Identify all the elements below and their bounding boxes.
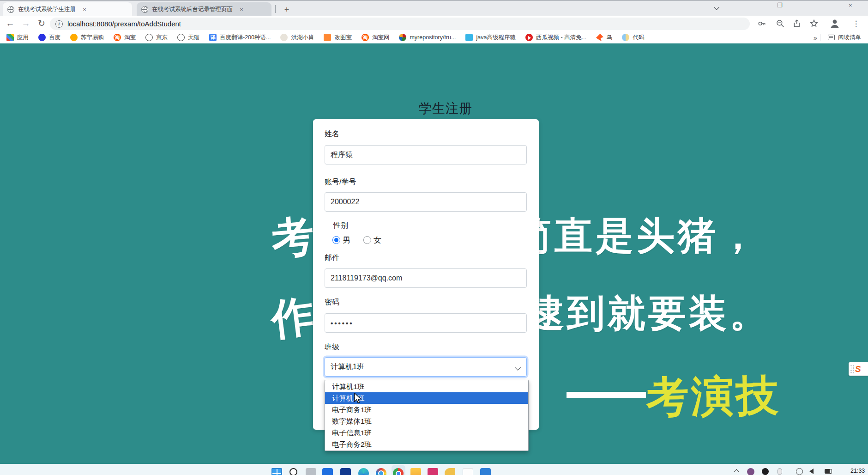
dropdown-option[interactable]: 电子信息1班 — [325, 427, 528, 438]
address-bar[interactable]: i localhost:8080/prexam/toAddStudent — [50, 18, 750, 30]
bookmark-translate[interactable]: 译百度翻译-200种语... — [206, 33, 273, 43]
taobao-icon: 淘 — [362, 34, 369, 41]
tray-app-icon[interactable] — [762, 468, 769, 475]
window-close-button[interactable]: × — [849, 2, 852, 9]
edge-browser-icon[interactable] — [358, 468, 369, 475]
network-icon[interactable] — [796, 468, 803, 475]
sogou-s-icon: S — [855, 364, 861, 374]
share-icon[interactable] — [793, 19, 803, 29]
profile-avatar[interactable] — [829, 18, 839, 28]
repo-logo-icon — [399, 34, 406, 41]
tab-student-register[interactable]: 在线考试系统学生注册 × — [3, 2, 132, 17]
bookmark-star-icon[interactable] — [809, 19, 820, 29]
browser-toolbar: ← → ↻ i localhost:8080/prexam/toAddStude… — [0, 16, 868, 31]
tab-title: 在线考试系统后台记录管理页面 — [152, 6, 233, 13]
globe-icon — [177, 34, 185, 41]
tab-search-icon[interactable] — [714, 5, 719, 10]
file-explorer-icon[interactable] — [410, 468, 421, 475]
radio-female[interactable] — [363, 236, 371, 244]
tray-avatar-icon[interactable] — [747, 468, 754, 475]
input-method-widget[interactable]: S — [849, 362, 868, 376]
password-input[interactable] — [325, 313, 527, 333]
tv-icon — [465, 34, 473, 41]
bookmark-code[interactable]: 代码 — [619, 33, 647, 43]
name-input[interactable] — [325, 145, 527, 164]
back-button[interactable]: ← — [4, 17, 17, 30]
background-text-line1-left: 考 — [269, 207, 316, 268]
gender-label: 性别 — [333, 221, 348, 231]
email-input[interactable] — [325, 268, 527, 288]
tab-close-icon[interactable]: × — [80, 6, 89, 14]
radio-male[interactable] — [332, 236, 340, 244]
code-icon — [622, 34, 629, 41]
background-dash-line — [567, 392, 646, 398]
bookmark-tmall[interactable]: 天猫 — [175, 33, 202, 43]
dropdown-option[interactable]: 数字媒体1班 — [325, 415, 528, 427]
account-label: 账号/学号 — [325, 177, 356, 187]
mail-app-icon[interactable] — [340, 468, 351, 475]
radio-female-label[interactable]: 女 — [374, 235, 381, 245]
battery-icon[interactable] — [825, 469, 832, 474]
bookmark-taobao[interactable]: 淘淘宝 — [111, 33, 139, 43]
bookmarks-separator — [820, 34, 820, 41]
taskbar-search-icon[interactable] — [289, 468, 297, 475]
photos-app-icon[interactable] — [428, 468, 438, 475]
radio-male-label[interactable]: 男 — [343, 235, 350, 245]
email-label: 邮件 — [325, 253, 339, 263]
bookmark-honghu[interactable]: 洪湖小肖 — [277, 33, 317, 43]
menu-icon[interactable]: ⋮ — [851, 19, 861, 29]
bookmark-suning[interactable]: 苏宁易购 — [67, 33, 107, 43]
account-input[interactable] — [325, 192, 527, 212]
password-label: 密码 — [325, 298, 339, 307]
bookmark-jd[interactable]: 京东 — [143, 33, 170, 43]
taskbar-app-icon[interactable] — [463, 468, 473, 475]
background-signature-text: 考演技 — [646, 366, 781, 426]
background-text-line1-right: 简直是头猪， — [513, 211, 760, 262]
start-button[interactable] — [271, 468, 282, 475]
tab-admin-records[interactable]: 在线考试系统后台记录管理页面 × — [137, 2, 271, 17]
tray-pin-icon[interactable] — [778, 468, 782, 475]
taskbar-app-icon[interactable] — [445, 468, 455, 475]
dropdown-option[interactable]: 电子商务2班 — [325, 438, 528, 450]
tray-expand-icon[interactable] — [734, 469, 739, 474]
eagle-icon — [280, 34, 288, 41]
taskbar-app-icon[interactable] — [306, 468, 316, 475]
tab-close-icon[interactable]: × — [237, 6, 246, 14]
store-app-icon[interactable] — [480, 468, 491, 475]
windows-taskbar: 21:33 — [0, 464, 868, 475]
globe-favicon — [7, 6, 14, 13]
taskbar-clock[interactable]: 21:33 — [850, 468, 865, 474]
class-dropdown-list: 计算机1班 计算机2班 电子商务1班 数字媒体1班 电子信息1班 电子商务2班 — [325, 380, 529, 451]
dropdown-option[interactable]: 计算机1班 — [325, 381, 528, 392]
reading-list-button[interactable]: 阅读清单 — [825, 33, 864, 43]
zoom-out-icon[interactable] — [776, 19, 786, 29]
bookmark-gaitubao[interactable]: 改图宝 — [321, 33, 355, 43]
browser-app-icon[interactable] — [376, 468, 386, 475]
class-select[interactable]: 计算机1班 — [325, 357, 527, 377]
bookmark-apps[interactable]: 应用 — [4, 33, 31, 43]
bookmark-baidu[interactable]: 百度 — [36, 33, 63, 43]
forward-button[interactable]: → — [19, 17, 32, 30]
bookmark-java[interactable]: java高级程序猿 — [463, 33, 518, 43]
reload-button[interactable]: ↻ — [35, 17, 48, 30]
speaker-icon[interactable] — [809, 469, 814, 474]
maximize-button[interactable]: ❐ — [777, 2, 783, 9]
password-key-icon[interactable] — [757, 19, 767, 29]
class-select-value: 计算机1班 — [331, 362, 364, 372]
bookmark-taobaowang[interactable]: 淘淘宝网 — [359, 33, 392, 43]
taskbar-app-icon[interactable] — [322, 468, 333, 475]
mouse-cursor — [354, 393, 364, 406]
screen: 在线考试系统学生注册 × 在线考试系统后台记录管理页面 × + ❐ × ← → … — [0, 0, 868, 475]
bookmark-bird[interactable]: 鸟 — [593, 33, 615, 43]
new-tab-button[interactable]: + — [281, 4, 293, 16]
page-title: 学生注册 — [353, 100, 538, 117]
bookmark-xigua[interactable]: 西瓜视频 - 高清免... — [523, 33, 589, 43]
url-text[interactable]: localhost:8080/prexam/toAddStudent — [67, 20, 181, 28]
suning-lion-icon — [70, 34, 78, 41]
bookmark-myrepository[interactable]: myrepository/tru... — [396, 33, 458, 42]
translate-icon: 译 — [209, 34, 217, 41]
taobao-icon: 淘 — [114, 34, 121, 41]
page-info-icon[interactable]: i — [55, 20, 63, 28]
apps-grid-icon — [6, 34, 14, 41]
bookmarks-overflow-chevron[interactable]: » — [814, 34, 817, 42]
